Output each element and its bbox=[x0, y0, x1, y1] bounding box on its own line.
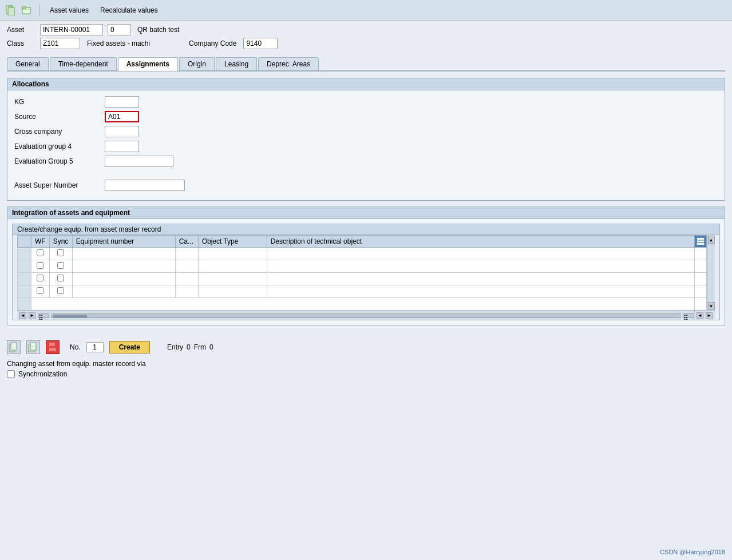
wf-cell-4 bbox=[31, 285, 50, 298]
sync-checkbox[interactable] bbox=[7, 370, 15, 378]
open-icon[interactable] bbox=[21, 5, 32, 16]
row-num-4 bbox=[18, 285, 31, 298]
cross-company-input[interactable] bbox=[105, 126, 139, 137]
sync-checkbox-3[interactable] bbox=[57, 275, 64, 281]
eval-group4-label: Evaluation group 4 bbox=[14, 142, 100, 150]
eval-group4-row: Evaluation group 4 bbox=[14, 141, 718, 152]
copy-icon[interactable] bbox=[7, 340, 21, 354]
watermark: CSDN @Harryjing2018 bbox=[660, 549, 725, 555]
svg-rect-12 bbox=[30, 343, 36, 350]
kg-label: KG bbox=[14, 98, 100, 106]
desc-cell-1 bbox=[267, 248, 694, 260]
recalculate-button[interactable]: Recalculate values bbox=[97, 5, 161, 15]
asset-super-input[interactable] bbox=[105, 180, 185, 191]
asset-super-label: Asset Super Number bbox=[14, 181, 100, 189]
obj-type-cell-3 bbox=[198, 273, 267, 285]
eval-group5-input[interactable] bbox=[105, 156, 173, 167]
source-input[interactable] bbox=[105, 111, 139, 122]
save-icon[interactable] bbox=[46, 340, 60, 354]
tab-time-dependent[interactable]: Time-dependent bbox=[50, 57, 117, 71]
asset-values-button[interactable]: Asset values bbox=[46, 5, 92, 15]
sync-checkbox-1[interactable] bbox=[57, 249, 64, 256]
scroll-right-arrow[interactable]: ► bbox=[29, 312, 35, 319]
tab-origin[interactable]: Origin bbox=[179, 57, 215, 71]
table-outer: WF Sync Equipment number Ca... Object Ty… bbox=[17, 235, 715, 311]
desc-cell-4 bbox=[267, 285, 694, 298]
allocations-body: KG Source Cross company Evaluation group… bbox=[7, 90, 725, 200]
ca-cell-1 bbox=[175, 248, 198, 260]
desc-cell-2 bbox=[267, 260, 694, 273]
changing-asset-text: Changing asset from equip. master record… bbox=[7, 360, 725, 368]
tab-deprec-areas[interactable]: Deprec. Areas bbox=[258, 57, 319, 71]
asset-super-row: Asset Super Number bbox=[14, 180, 718, 191]
main-toolbar: Asset values Recalculate values bbox=[0, 0, 732, 21]
eval-group4-input[interactable] bbox=[105, 141, 139, 152]
scroll-track[interactable] bbox=[52, 313, 680, 318]
equipment-table: WF Sync Equipment number Ca... Object Ty… bbox=[17, 235, 707, 311]
equip-num-cell-1 bbox=[72, 248, 175, 260]
sync-checkbox-4[interactable] bbox=[57, 287, 64, 294]
wf-cell-3 bbox=[31, 273, 50, 285]
class-input[interactable] bbox=[40, 38, 80, 49]
extra-cell-4 bbox=[695, 285, 707, 298]
ca-cell-4 bbox=[175, 285, 198, 298]
sync-checkbox-2[interactable] bbox=[57, 262, 64, 269]
wf-checkbox-3[interactable] bbox=[37, 275, 43, 281]
create-button[interactable]: Create bbox=[109, 341, 150, 354]
tab-assignments[interactable]: Assignments bbox=[118, 57, 178, 71]
vertical-scrollbar[interactable]: ▲ ▼ bbox=[707, 235, 715, 311]
header-area: Asset QR batch test Class Fixed assets -… bbox=[0, 21, 732, 53]
allocations-section: Allocations KG Source Cross company Eval… bbox=[7, 78, 725, 201]
class-description: Fixed assets - machi bbox=[87, 39, 150, 47]
frm-label: Frm bbox=[194, 343, 206, 351]
wf-checkbox-1[interactable] bbox=[37, 249, 43, 256]
horizontal-scrollbar[interactable]: ◄ ► ⣿ ⣿ ◄ ► bbox=[17, 311, 715, 320]
entry-value: 0 bbox=[187, 343, 191, 351]
empty-row-content bbox=[31, 298, 695, 311]
col-settings[interactable] bbox=[695, 236, 707, 248]
scroll-right-arrow-2[interactable]: ◄ bbox=[697, 312, 703, 319]
table-row bbox=[18, 248, 707, 260]
scroll-left-arrow[interactable]: ◄ bbox=[19, 312, 26, 319]
scroll-up-arrow[interactable]: ▲ bbox=[708, 236, 715, 244]
asset-description: QR batch test bbox=[137, 26, 179, 34]
no-input[interactable] bbox=[86, 342, 104, 352]
scroll-grip-right[interactable]: ⣿ bbox=[683, 313, 694, 318]
kg-input[interactable] bbox=[105, 96, 139, 108]
tab-general[interactable]: General bbox=[7, 57, 49, 71]
extra-cell-5 bbox=[695, 298, 707, 311]
table-row bbox=[18, 260, 707, 273]
svg-rect-7 bbox=[697, 241, 704, 243]
equip-num-cell-4 bbox=[72, 285, 175, 298]
table-row bbox=[18, 285, 707, 298]
paste-icon[interactable] bbox=[26, 340, 40, 354]
col-ca: Ca... bbox=[175, 236, 198, 248]
col-equip-num: Equipment number bbox=[72, 236, 175, 248]
col-sync: Sync bbox=[49, 236, 72, 248]
new-icon[interactable] bbox=[5, 5, 16, 16]
sync-row: Synchronization bbox=[7, 370, 725, 378]
scroll-right-arrow-3[interactable]: ► bbox=[706, 312, 713, 319]
ca-cell-2 bbox=[175, 260, 198, 273]
company-code-input[interactable] bbox=[243, 38, 278, 49]
scroll-grip-left[interactable]: ⣿ bbox=[38, 313, 49, 318]
main-content: Allocations KG Source Cross company Eval… bbox=[0, 72, 732, 337]
wf-checkbox-2[interactable] bbox=[37, 262, 43, 269]
table-row bbox=[18, 273, 707, 285]
row-num-3 bbox=[18, 273, 31, 285]
obj-type-cell-1 bbox=[198, 248, 267, 260]
toolbar-sep bbox=[39, 5, 39, 16]
tabs-container: General Time-dependent Assignments Origi… bbox=[0, 53, 732, 71]
tab-leasing[interactable]: Leasing bbox=[216, 57, 257, 71]
scroll-down-arrow[interactable]: ▼ bbox=[708, 302, 715, 310]
entry-area: Entry 0 Frm 0 bbox=[167, 343, 213, 351]
svg-rect-10 bbox=[11, 343, 17, 350]
asset-sub-input[interactable] bbox=[108, 24, 130, 35]
equip-num-cell-3 bbox=[72, 273, 175, 285]
col-rownum bbox=[18, 236, 31, 248]
svg-rect-1 bbox=[8, 7, 14, 15]
inner-section: Create/change equip. from asset master r… bbox=[12, 224, 720, 320]
source-label: Source bbox=[14, 113, 100, 121]
asset-number-input[interactable] bbox=[40, 24, 103, 35]
wf-checkbox-4[interactable] bbox=[37, 287, 43, 294]
